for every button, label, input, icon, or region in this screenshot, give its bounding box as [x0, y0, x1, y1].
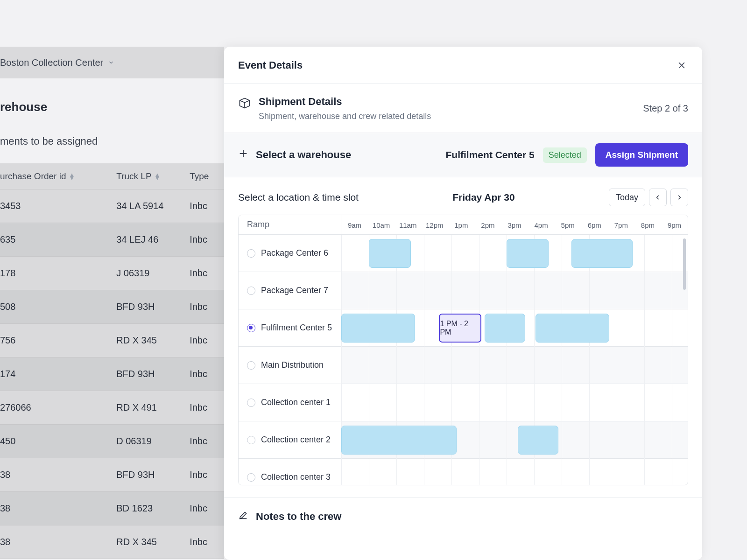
timeslot-block[interactable] — [485, 314, 525, 343]
time-label: 9am — [341, 215, 368, 234]
ramp-option[interactable]: Collection center 1 — [239, 384, 341, 421]
time-label: 1pm — [448, 215, 474, 234]
time-label: 4pm — [528, 215, 555, 234]
time-label: 3pm — [501, 215, 528, 234]
ramp-option[interactable]: Collection center 3 — [239, 459, 341, 485]
calendar-row[interactable] — [341, 459, 688, 485]
package-icon — [238, 97, 251, 112]
radio-icon — [247, 436, 255, 444]
radio-icon — [247, 399, 255, 407]
selected-badge: Selected — [543, 147, 587, 163]
calendar-row[interactable] — [341, 347, 688, 384]
ramp-option[interactable]: Main Distribution — [239, 347, 341, 384]
close-button[interactable] — [675, 59, 688, 72]
timeslot-block[interactable] — [571, 239, 633, 268]
next-day-button[interactable] — [670, 189, 688, 206]
time-label: 9pm — [661, 215, 688, 234]
modal-title: Event Details — [238, 59, 303, 71]
radio-icon — [247, 249, 255, 258]
ramp-label: Collection center 2 — [261, 435, 331, 445]
ramp-option[interactable]: Package Center 6 — [239, 235, 341, 272]
timeslot-block[interactable] — [536, 314, 609, 343]
location-timeslot-prompt: Select a location & time slot — [238, 192, 359, 203]
ramp-label: Main Distribution — [261, 360, 324, 370]
ramp-label: Package Center 6 — [261, 248, 328, 258]
ramp-label: Collection center 1 — [261, 398, 331, 407]
time-label: 7pm — [608, 215, 634, 234]
timeslot-block[interactable] — [369, 239, 411, 268]
time-label: 8pm — [634, 215, 661, 234]
radio-icon — [247, 473, 255, 482]
event-details-panel: Event Details Shipment Details Shipment,… — [224, 47, 702, 560]
ramp-option[interactable]: Collection center 2 — [239, 421, 341, 459]
time-label: 6pm — [581, 215, 608, 234]
calendar-grid: Ramp 9am10am11am12pm1pm2pm3pm4pm5pm6pm7p… — [238, 215, 688, 485]
selected-warehouse-name: Fulfilment Center 5 — [446, 149, 535, 161]
time-label: 11am — [395, 215, 421, 234]
ramp-option[interactable]: Fulfilment Center 5 — [239, 309, 341, 347]
timeslot-block[interactable] — [518, 426, 558, 455]
prev-day-button[interactable] — [649, 189, 667, 206]
today-button[interactable]: Today — [609, 189, 645, 206]
notes-section-header[interactable]: Notes to the crew — [224, 497, 702, 535]
ramp-label: Fulfilment Center 5 — [261, 323, 332, 333]
plus-icon — [238, 148, 248, 161]
grid-scrollbar[interactable] — [683, 238, 686, 290]
time-label: 12pm — [421, 215, 448, 234]
ramp-label: Collection center 3 — [261, 472, 331, 482]
selected-timeslot[interactable]: 1 PM - 2 PM — [439, 314, 481, 343]
assign-shipment-button[interactable]: Assign Shipment — [595, 143, 688, 167]
step-counter: Step 2 of 3 — [643, 103, 688, 114]
timeslot-block[interactable] — [341, 426, 457, 455]
calendar-date: Friday Apr 30 — [452, 192, 514, 203]
time-label: 2pm — [474, 215, 501, 234]
timeslot-block[interactable] — [507, 239, 549, 268]
radio-icon — [247, 324, 255, 332]
calendar-row[interactable] — [341, 272, 688, 309]
time-label: 5pm — [555, 215, 581, 234]
step-title: Shipment Details — [259, 96, 431, 108]
timeslot-block[interactable] — [341, 314, 415, 343]
step-description: Shipment, warehouse and crew related det… — [259, 112, 431, 121]
time-label: 10am — [368, 215, 395, 234]
calendar-row[interactable] — [341, 384, 688, 421]
pencil-icon — [238, 510, 248, 523]
radio-icon — [247, 287, 255, 295]
ramp-option[interactable]: Package Center 7 — [239, 272, 341, 309]
select-warehouse-button[interactable]: Select a warehouse — [238, 148, 351, 161]
radio-icon — [247, 361, 255, 370]
ramp-label: Package Center 7 — [261, 286, 328, 295]
ramp-column-header: Ramp — [239, 215, 341, 234]
